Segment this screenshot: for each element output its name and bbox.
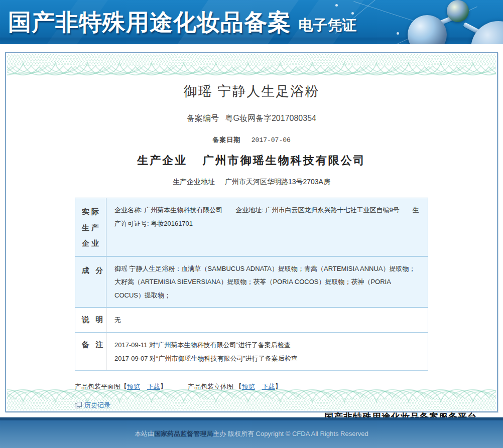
record-number-value: 粤G妆网备字2017080354: [225, 114, 316, 122]
detail-rows: 实际 生产 企业 企业名称: 广州菊本生物科技有限公司 企业地址: 广州市白云区…: [75, 198, 428, 371]
label-line: 企业: [82, 235, 106, 251]
record-date-label: 备案日期: [212, 136, 240, 143]
manufacturer-label: 生产企业: [137, 154, 187, 167]
flat-preview-link[interactable]: 预览: [127, 383, 140, 390]
header-titles: 国产非特殊用途化妆品备案 电子凭证: [8, 7, 356, 38]
manufacturer-address-line: 生产企业地址 广州市天河区华明路13号2703A房: [6, 178, 497, 187]
molecule-sphere: [447, 0, 469, 22]
stereo-download-link[interactable]: 下载: [262, 383, 275, 390]
manufacturer-value: 广州市御瑶生物科技有限公司: [203, 154, 366, 167]
row-ingredients-content: 御瑶 宁静人生足浴粉：血满草（SAMBUCUS ADNATA）提取物；青蒿（AR…: [106, 257, 428, 308]
site-title: 国产非特殊用途化妆品备案: [8, 7, 291, 38]
label-line: 生产: [82, 220, 106, 236]
row-actual-manufacturer-content: 企业名称: 广州菊本生物科技有限公司 企业地址: 广州市白云区龙归永兴路十七社工…: [106, 198, 428, 256]
molecule-node-dot: [397, 32, 399, 35]
molecule-node-dot: [335, 4, 338, 7]
record-date-value: 2017-07-06: [252, 136, 291, 144]
row-remarks: 备 注 2017-09-11 对“广州菊本生物科技有限公司”进行了备案后检查 2…: [75, 333, 428, 371]
certificate-panel: 御瑶 宁静人生足浴粉 备案编号 粤G妆网备字2017080354 备案日期 20…: [5, 52, 498, 412]
row-remarks-label: 备 注: [75, 333, 106, 370]
row-remarks-content: 2017-09-11 对“广州菊本生物科技有限公司”进行了备案后检查 2017-…: [106, 333, 428, 370]
page-header-banner: 国产非特殊用途化妆品备案 电子凭证: [0, 0, 503, 44]
attachments-line: 产品包装平面图【预览下载】产品包装立体图 【预览下载】: [75, 382, 428, 391]
row-actual-manufacturer-label: 实际 生产 企业: [75, 198, 106, 256]
agency-link[interactable]: 国家药品监督管理局: [154, 430, 213, 437]
manufacturer-address-label: 生产企业地址: [173, 178, 215, 186]
certificate-content: 御瑶 宁静人生足浴粉 备案编号 粤G妆网备字2017080354 备案日期 20…: [6, 53, 497, 423]
row-description-content: 无: [106, 308, 428, 332]
record-date-line: 备案日期 2017-07-06: [6, 135, 497, 144]
product-name: 御瑶 宁静人生足浴粉: [6, 82, 497, 100]
history-line: 历史记录: [75, 401, 428, 410]
site-subtitle: 电子凭证: [298, 16, 356, 36]
record-number-label: 备案编号: [187, 114, 219, 122]
bracket-close: 】: [275, 383, 282, 390]
bracket-open: 【: [120, 383, 127, 390]
bracket-open: 【: [235, 383, 242, 390]
page-footer: 本站由国家药品监督管理局主办 版权所有 Copyright © CFDA All…: [0, 417, 503, 448]
footer-prefix: 本站由: [135, 430, 154, 437]
molecule-sphere: [408, 15, 447, 44]
manufacturer-address-value: 广州市天河区华明路13号2703A房: [225, 178, 330, 186]
row-description: 说 明 无: [75, 308, 428, 333]
remark-line: 2017-09-11 对“广州菊本生物科技有限公司”进行了备案后检查: [114, 339, 420, 352]
flat-download-link[interactable]: 下载: [147, 383, 160, 390]
label-line: 实际: [82, 204, 106, 220]
stereo-preview-link[interactable]: 预览: [242, 383, 255, 390]
history-icon: [75, 402, 82, 408]
molecule-sphere: [471, 21, 503, 44]
manufacturer-line: 生产企业 广州市御瑶生物科技有限公司: [6, 153, 497, 168]
footer-suffix: 主办 版权所有 Copyright © CFDA All Rights Rese…: [213, 430, 368, 437]
history-link[interactable]: 历史记录: [84, 401, 110, 409]
bracket-close: 】: [160, 383, 167, 390]
row-description-label: 说 明: [75, 308, 106, 332]
row-ingredients-label: 成 分: [75, 257, 106, 308]
remark-line: 2017-09-07 对“广州市御瑶生物科技有限公司”进行了备案后检查: [114, 352, 420, 366]
stereo-image-label: 产品包装立体图: [188, 383, 233, 390]
row-ingredients: 成 分 御瑶 宁静人生足浴粉：血满草（SAMBUCUS ADNATA）提取物；青…: [75, 256, 428, 308]
footer-copyright: 本站由国家药品监督管理局主办 版权所有 Copyright © CFDA All…: [0, 420, 503, 448]
record-number-line: 备案编号 粤G妆网备字2017080354: [6, 113, 497, 124]
flat-image-label: 产品包装平面图: [75, 383, 120, 390]
row-actual-manufacturer: 实际 生产 企业 企业名称: 广州菊本生物科技有限公司 企业地址: 广州市白云区…: [75, 198, 428, 256]
